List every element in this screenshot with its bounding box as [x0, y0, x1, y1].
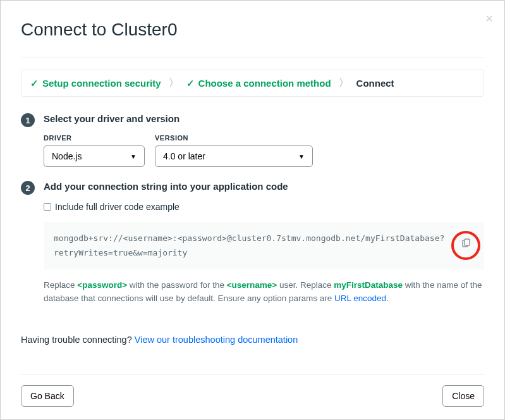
chevron-right-icon: 〉 — [169, 77, 179, 90]
caret-down-icon: ▼ — [130, 153, 137, 160]
helper-text: Replace <password> with the password for… — [44, 278, 484, 306]
connection-string: mongodb+srv://<username>:<password>@clus… — [54, 233, 444, 257]
section-driver: 1 Select your driver and version DRIVER … — [21, 113, 484, 167]
chevron-right-icon: 〉 — [339, 77, 349, 90]
section-1-title: Select your driver and version — [44, 113, 484, 124]
close-icon[interactable]: × — [485, 12, 493, 25]
checkbox-icon — [44, 203, 51, 211]
url-encoded-link[interactable]: URL encoded — [334, 293, 386, 303]
step-connect: Connect — [356, 78, 394, 89]
driver-select[interactable]: Node.js ▼ — [44, 145, 145, 167]
step-number-1: 1 — [21, 113, 35, 127]
check-icon: ✓ — [186, 78, 195, 89]
go-back-button[interactable]: Go Back — [21, 385, 74, 407]
step-security: ✓ Setup connection security — [30, 78, 161, 89]
section-2-title: Add your connection string into your app… — [44, 181, 484, 192]
close-button[interactable]: Close — [442, 385, 484, 407]
footer: Go Back Close — [21, 374, 484, 407]
copy-highlight-circle — [451, 231, 480, 260]
include-example-checkbox[interactable]: Include full driver code example — [44, 202, 484, 212]
version-select[interactable]: 4.0 or later ▼ — [155, 145, 313, 167]
version-label: VERSION — [155, 134, 313, 142]
connection-string-box: mongodb+srv://<username>:<password>@clus… — [44, 222, 484, 269]
check-icon: ✓ — [30, 78, 39, 89]
troubleshooting-text: Having trouble connecting? View our trou… — [21, 335, 484, 345]
stepper: ✓ Setup connection security 〉 ✓ Choose a… — [21, 70, 484, 97]
svg-rect-1 — [465, 239, 470, 245]
modal-title: Connect to Cluster0 — [21, 20, 484, 40]
caret-down-icon: ▼ — [298, 153, 305, 160]
step-method: ✓ Choose a connection method — [186, 78, 331, 89]
driver-label: DRIVER — [44, 134, 145, 142]
section-connection: 2 Add your connection string into your a… — [21, 181, 484, 306]
divider — [21, 58, 484, 58]
copy-icon[interactable] — [461, 238, 471, 253]
troubleshooting-link[interactable]: View our troubleshooting documentation — [135, 335, 298, 345]
step-number-2: 2 — [21, 181, 35, 195]
